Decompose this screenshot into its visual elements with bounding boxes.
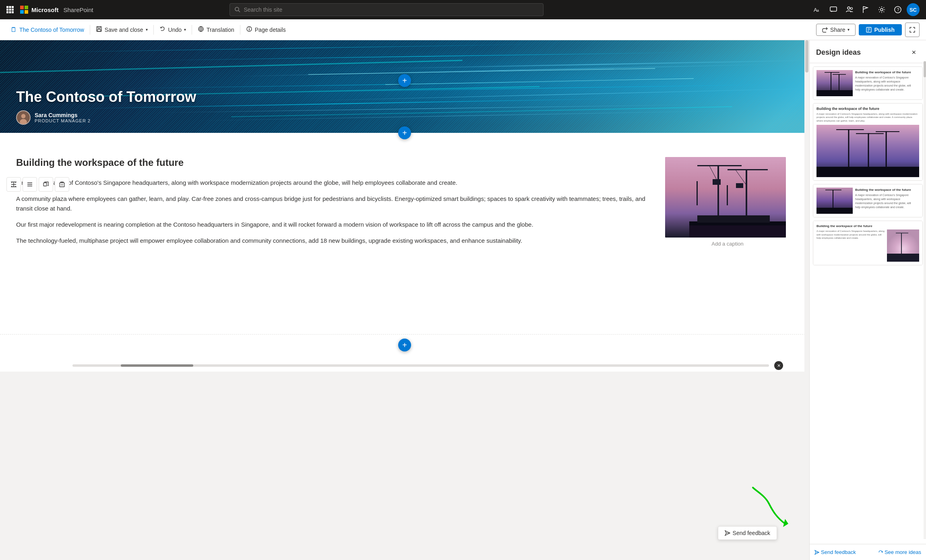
search-input[interactable]	[244, 6, 538, 13]
svg-rect-1	[9, 6, 11, 8]
svg-rect-3	[6, 9, 8, 11]
publish-icon	[866, 27, 872, 33]
waffle-menu[interactable]	[6, 6, 14, 13]
people-icon[interactable]	[842, 2, 857, 17]
svg-rect-4	[9, 9, 11, 11]
save-close-button[interactable]: Save and close ▾	[92, 23, 152, 36]
page-title-item[interactable]: 🗒 The Contoso of Tomorrow	[6, 24, 88, 36]
expand-icon	[909, 27, 915, 33]
search-bar[interactable]	[229, 3, 544, 16]
design-card-4-layout: A major renovation of Contoso's Singapor…	[816, 229, 919, 262]
microsoft-logo[interactable]: Microsoft SharePoint	[20, 6, 93, 14]
panel-header: Design ideas ✕	[810, 40, 926, 63]
svg-point-46	[21, 114, 26, 118]
svg-text:?: ?	[897, 7, 899, 12]
svg-point-47	[20, 119, 27, 125]
design-card-3[interactable]: Building the workspace of the future A m…	[813, 184, 923, 217]
publish-button[interactable]: Publish	[859, 24, 902, 35]
translation-icon	[198, 26, 204, 33]
add-section-bottom-button[interactable]: +	[398, 339, 411, 351]
help-icon[interactable]: ?	[891, 2, 905, 17]
article-paragraph-3: Our first major redevelopment is nearing…	[16, 220, 649, 229]
panel-scrollbar[interactable]	[924, 61, 926, 539]
svg-rect-59	[746, 169, 768, 170]
svg-line-32	[116, 81, 655, 89]
send-feedback-button[interactable]: Send feedback	[718, 526, 777, 540]
article-paragraph-1: A major renovation of Contoso's Singapor…	[16, 178, 649, 188]
translation-button[interactable]: Translation	[194, 23, 238, 36]
design-card-2[interactable]: Building the workspace of the future A m…	[813, 103, 923, 181]
image-caption[interactable]: Add a caption	[665, 241, 790, 247]
expand-button[interactable]	[905, 23, 920, 37]
user-avatar[interactable]: SC	[907, 3, 920, 16]
panel-send-feedback-button[interactable]: Send feedback	[814, 549, 856, 555]
svg-rect-89	[833, 190, 833, 210]
svg-rect-48	[43, 183, 47, 186]
h-scrollbar-thumb[interactable]	[121, 364, 193, 367]
svg-rect-90	[825, 190, 833, 190]
svg-rect-55	[717, 165, 742, 166]
svg-rect-81	[868, 133, 869, 169]
toolbar-separator-1	[90, 25, 90, 35]
design-card-3-image	[816, 188, 853, 214]
svg-rect-13	[830, 7, 837, 11]
page-content-area: +	[0, 40, 809, 560]
vertical-scrollbar[interactable]	[804, 40, 809, 560]
svg-rect-60	[727, 185, 728, 205]
design-card-4[interactable]: Building the workspace of the future A m…	[813, 221, 923, 265]
design-card-1-text: Building the workspace of the future A m…	[853, 70, 919, 96]
comment-icon[interactable]	[826, 2, 841, 17]
settings-icon[interactable]	[874, 2, 889, 17]
add-section-top-button[interactable]: +	[398, 74, 411, 87]
article-body: A major renovation of Contoso's Singapor…	[16, 178, 649, 246]
duplicate-section-button[interactable]	[39, 177, 53, 192]
delete-section-button[interactable]	[55, 177, 69, 192]
svg-rect-56	[697, 181, 698, 205]
close-panel-button[interactable]: ✕	[908, 47, 920, 58]
svg-rect-91	[833, 190, 841, 190]
svg-rect-83	[868, 133, 884, 134]
svg-rect-87	[816, 167, 919, 177]
svg-rect-0	[6, 6, 8, 8]
save-close-dropdown-icon: ▾	[146, 27, 148, 32]
svg-rect-94	[901, 233, 902, 255]
spellcheck-icon[interactable]: Aa	[810, 2, 825, 17]
panel-scrollbar-thumb[interactable]	[924, 61, 926, 77]
svg-line-43	[308, 68, 655, 74]
svg-rect-5	[12, 9, 14, 11]
vertical-scrollbar-thumb[interactable]	[805, 40, 808, 72]
flag-icon[interactable]	[858, 2, 873, 17]
page-icon: 🗒	[10, 26, 17, 33]
svg-rect-95	[896, 233, 902, 234]
svg-text:a: a	[817, 8, 819, 12]
see-more-ideas-button[interactable]: See more ideas	[878, 549, 921, 555]
hero-author: Sara Cummings PRODUCT MANAGER 2	[16, 110, 196, 125]
move-section-button[interactable]	[6, 177, 21, 192]
undo-dropdown-icon: ▾	[184, 27, 186, 32]
undo-button[interactable]: Undo ▾	[155, 23, 190, 36]
toolbar-separator-2	[153, 25, 154, 35]
design-card-2-image-svg	[816, 125, 919, 177]
undo-icon	[159, 26, 166, 33]
section-settings-button[interactable]	[23, 177, 37, 192]
close-scrollbar-button[interactable]: ✕	[774, 361, 783, 370]
design-card-3-content: Building the workspace of the future A m…	[813, 184, 922, 217]
share-button[interactable]: Share ▾	[816, 24, 856, 36]
svg-point-14	[847, 7, 850, 9]
page-toolbar: 🗒 The Contoso of Tomorrow Save and close…	[0, 19, 926, 40]
design-card-1[interactable]: Building the workspace of the future A m…	[813, 66, 923, 100]
svg-line-37	[385, 60, 809, 68]
svg-rect-86	[886, 131, 899, 132]
toolbar-separator-3	[192, 25, 192, 35]
svg-line-36	[39, 44, 539, 52]
add-section-middle-button[interactable]: +	[398, 126, 411, 139]
hero-content: The Contoso of Tomorrow Sara Cummings PR…	[16, 89, 196, 125]
svg-rect-80	[848, 129, 864, 130]
avatar	[16, 110, 31, 125]
page-details-button[interactable]: Page details	[242, 23, 290, 36]
svg-rect-20	[97, 29, 101, 31]
article-paragraph-4: The technology-fueled, multiphase projec…	[16, 236, 649, 246]
horizontal-scrollbar[interactable]: ✕	[72, 364, 769, 367]
share-dropdown-icon: ▾	[847, 27, 850, 32]
svg-rect-82	[856, 133, 870, 134]
